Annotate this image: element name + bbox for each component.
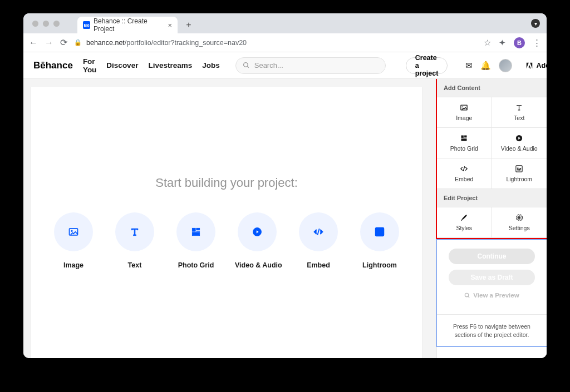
nav-for-you[interactable]: For You (83, 57, 96, 74)
site-header: Bēhance For You Discover Livestreams Job… (23, 52, 547, 79)
search-icon (464, 292, 470, 299)
extensions-icon[interactable]: ✦ (499, 38, 506, 48)
add-edit-panel: Add Content ImageTextPhoto GridVideo & A… (436, 79, 547, 239)
lr-icon: Lr (515, 165, 523, 173)
min-dot[interactable] (43, 21, 49, 27)
svg-point-21 (465, 293, 469, 296)
svg-text:Lr: Lr (518, 167, 522, 171)
svg-point-12 (463, 106, 464, 107)
svg-line-22 (468, 296, 469, 297)
text-icon (515, 103, 523, 112)
nav-jobs[interactable]: Jobs (202, 61, 220, 70)
cell-label: Video & Audio (501, 145, 538, 152)
svg-rect-14 (464, 136, 466, 137)
search-input[interactable]: Search... (235, 57, 386, 74)
save-draft-button[interactable]: Save as Draft (449, 270, 535, 285)
section-edit-project: Edit Project (437, 189, 547, 207)
create-project-button[interactable]: Create a project (406, 57, 448, 74)
svg-rect-13 (461, 136, 464, 138)
browser-tab[interactable]: Bē Behance :: Create Project × (77, 17, 178, 33)
workspace: Start building your project: ImageTextPh… (23, 79, 547, 358)
tile-label: Text (112, 261, 157, 269)
svg-rect-6 (196, 231, 200, 231)
cell-label: Embed (455, 176, 473, 182)
url-display[interactable]: 🔒 behance.net/portfolio/editor?tracking_… (74, 39, 477, 47)
gear-icon (515, 214, 523, 222)
adobe-link[interactable]: Adobe (525, 62, 547, 70)
canvas-tile-image[interactable]: Image (51, 212, 96, 269)
continue-button[interactable]: Continue (449, 249, 535, 264)
url-host: behance.net (86, 39, 125, 47)
play-icon (238, 212, 277, 251)
canvas-tile-grid[interactable]: Photo Grid (174, 212, 218, 269)
canvas-tile-play[interactable]: Video & Audio (235, 212, 279, 269)
cell-label: Photo Grid (450, 145, 478, 152)
rail-add-code[interactable]: Embed (437, 158, 492, 189)
canvas-tile-lr[interactable]: LrLightroom (357, 212, 402, 269)
favicon-icon: Bē (83, 21, 90, 29)
code-icon (460, 165, 468, 173)
svg-point-20 (518, 217, 520, 219)
canvas-tile-code[interactable]: Embed (296, 212, 341, 269)
profile-avatar[interactable]: B (514, 37, 525, 48)
mail-icon[interactable]: ✉ (465, 61, 473, 71)
behance-logo[interactable]: Bēhance (33, 60, 73, 71)
lock-icon: 🔒 (74, 39, 82, 46)
new-tab-button[interactable]: + (181, 17, 196, 33)
svg-rect-5 (196, 228, 200, 230)
tile-label: Photo Grid (174, 261, 218, 269)
canvas-heading: Start building your project: (31, 176, 422, 190)
nav-livestreams[interactable]: Livestreams (148, 61, 192, 70)
svg-point-0 (243, 63, 248, 67)
cell-label: Text (514, 115, 524, 121)
tile-label: Lightroom (357, 261, 402, 269)
cell-label: Lightroom (506, 176, 532, 182)
svg-rect-15 (464, 137, 466, 138)
forward-button[interactable]: → (45, 38, 53, 48)
tab-close-icon[interactable]: × (168, 21, 172, 29)
browser-tabbar: Bē Behance :: Create Project × + ▾ (23, 13, 547, 33)
svg-rect-7 (192, 232, 199, 236)
svg-rect-16 (461, 138, 467, 141)
cell-label: Styles (456, 225, 472, 231)
image-icon (460, 103, 468, 112)
browser-window: Bē Behance :: Create Project × + ▾ ← → ⟳… (23, 13, 547, 358)
action-panel: Continue Save as Draft View a Preview Pr… (436, 239, 547, 347)
right-rail: Add Content ImageTextPhoto GridVideo & A… (436, 79, 547, 358)
rail-add-lr[interactable]: LrLightroom (492, 158, 547, 189)
cell-label: Settings (509, 225, 530, 231)
browser-menu-icon[interactable]: ⋮ (533, 38, 541, 48)
svg-point-3 (71, 230, 72, 232)
window-controls[interactable] (28, 13, 64, 33)
canvas-tile-text[interactable]: Text (112, 212, 157, 269)
bell-icon[interactable]: 🔔 (480, 61, 491, 71)
address-bar: ← → ⟳ 🔒 behance.net/portfolio/editor?tra… (23, 33, 547, 52)
max-dot[interactable] (53, 21, 60, 27)
bookmark-icon[interactable]: ☆ (484, 38, 491, 48)
cell-label: Image (456, 115, 472, 121)
rail-edit-brush[interactable]: Styles (437, 207, 492, 238)
section-add-content: Add Content (437, 79, 547, 97)
text-icon (115, 212, 154, 251)
svg-rect-4 (192, 228, 195, 231)
tab-overflow-icon[interactable]: ▾ (531, 19, 540, 28)
rail-edit-gear[interactable]: Settings (492, 207, 547, 238)
code-icon (299, 212, 338, 251)
lr-icon: Lr (360, 212, 399, 251)
grid-icon (460, 134, 468, 142)
nav-discover[interactable]: Discover (106, 61, 138, 70)
close-dot[interactable] (32, 21, 38, 27)
rail-add-play[interactable]: Video & Audio (492, 128, 547, 158)
url-path: /portfolio/editor?tracking_source=nav20 (125, 39, 247, 47)
adobe-icon (525, 62, 533, 70)
rail-add-text[interactable]: Text (492, 97, 547, 128)
user-avatar[interactable] (499, 59, 512, 72)
rail-add-image[interactable]: Image (437, 97, 492, 128)
keyboard-hint: Press F6 to navigate between sections of… (437, 314, 547, 346)
reload-button[interactable]: ⟳ (60, 37, 67, 48)
rail-add-grid[interactable]: Photo Grid (437, 128, 492, 158)
brush-icon (460, 214, 468, 222)
search-icon (243, 62, 250, 69)
view-preview-link[interactable]: View a Preview (464, 292, 519, 299)
back-button[interactable]: ← (29, 38, 38, 48)
